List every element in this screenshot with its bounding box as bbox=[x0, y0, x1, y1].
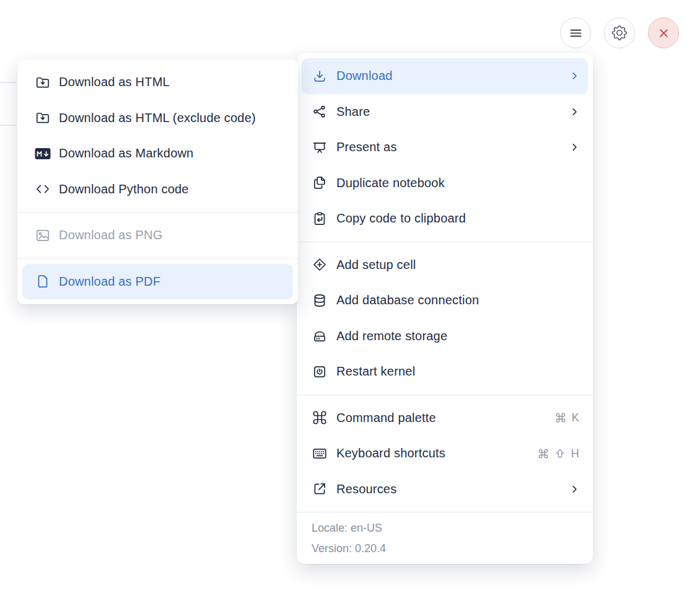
menu-item-download-as-html-exclude-code[interactable]: Download as HTML (exclude code) bbox=[22, 100, 293, 136]
menu-group: DownloadSharePresent asDuplicate noteboo… bbox=[297, 53, 593, 242]
menu-item-present-as[interactable]: Present as bbox=[302, 130, 588, 165]
chevron-right-icon bbox=[570, 71, 579, 81]
page-background: DownloadSharePresent asDuplicate noteboo… bbox=[0, 0, 700, 611]
menu-item-resources[interactable]: Resources bbox=[302, 472, 588, 508]
shift-key-icon bbox=[554, 448, 566, 459]
menu-item-label: Download bbox=[336, 69, 393, 83]
menu-item-duplicate-notebook[interactable]: Duplicate notebook bbox=[302, 165, 588, 201]
command-icon bbox=[312, 410, 328, 426]
code-icon bbox=[35, 181, 51, 197]
menu-item-label: Keyboard shortcuts bbox=[336, 446, 445, 460]
menu-item-label: Share bbox=[336, 105, 370, 119]
menu-item-label: Add database connection bbox=[336, 293, 479, 307]
menu-item-label: Resources bbox=[336, 482, 396, 496]
database-icon bbox=[312, 292, 328, 309]
menu-item-add-remote-storage[interactable]: Add remote storage bbox=[302, 319, 588, 354]
settings-button[interactable] bbox=[604, 17, 635, 48]
menu-footer: Locale: en-US Version: 0.20.4 bbox=[297, 512, 593, 564]
background-divider bbox=[0, 82, 17, 83]
main-menu: DownloadSharePresent asDuplicate noteboo… bbox=[297, 53, 593, 564]
shortcut-hint: H bbox=[538, 448, 579, 459]
download-submenu: Download as HTMLDownload as HTML (exclud… bbox=[17, 59, 298, 304]
menu-item-restart-kernel[interactable]: Restart kernel bbox=[302, 354, 588, 390]
menu-item-download-as-pdf[interactable]: Download as PDF bbox=[22, 264, 293, 300]
duplicate-icon bbox=[312, 175, 328, 191]
present-icon bbox=[312, 139, 328, 156]
floating-toolbar bbox=[560, 17, 679, 48]
menu-group: Download as PNG bbox=[17, 213, 298, 258]
menu-item-download-python-code[interactable]: Download Python code bbox=[22, 172, 293, 208]
background-divider bbox=[0, 125, 17, 126]
clipboard-icon bbox=[312, 211, 328, 227]
keyboard-icon bbox=[312, 446, 328, 462]
chevron-right-icon bbox=[570, 143, 579, 152]
menu-item-add-setup-cell[interactable]: Add setup cell bbox=[302, 247, 588, 283]
storage-icon bbox=[312, 328, 328, 344]
menu-group: Download as PDF bbox=[17, 259, 298, 305]
menu-item-download-as-html[interactable]: Download as HTML bbox=[22, 64, 293, 100]
cmd-key-icon bbox=[538, 448, 549, 459]
menu-item-label: Add remote storage bbox=[336, 329, 447, 343]
menu-item-share[interactable]: Share bbox=[302, 94, 588, 130]
restart-icon bbox=[312, 364, 328, 380]
menu-item-download[interactable]: Download bbox=[302, 58, 588, 94]
chevron-right-icon bbox=[570, 107, 579, 116]
add-cell-icon bbox=[312, 257, 328, 273]
menu-item-label: Add setup cell bbox=[336, 258, 416, 272]
menu-item-download-as-png: Download as PNG bbox=[22, 218, 293, 253]
menu-item-label: Download as PNG bbox=[59, 228, 163, 242]
menu-item-label: Restart kernel bbox=[336, 364, 415, 379]
chevron-right-icon bbox=[570, 485, 579, 494]
menu-item-label: Duplicate notebook bbox=[336, 176, 445, 190]
menu-item-label: Download as Markdown bbox=[59, 146, 193, 160]
menu-item-add-database-connection[interactable]: Add database connection bbox=[302, 283, 588, 319]
menu-item-command-palette[interactable]: Command paletteK bbox=[302, 400, 588, 436]
image-icon bbox=[35, 227, 51, 244]
close-button[interactable] bbox=[648, 17, 679, 48]
menu-item-label: Download as HTML bbox=[59, 75, 170, 89]
external-link-icon bbox=[312, 481, 328, 497]
share-icon bbox=[312, 103, 328, 120]
folder-download-icon bbox=[35, 110, 51, 126]
menu-item-label: Download as PDF bbox=[59, 275, 160, 289]
gear-icon bbox=[612, 25, 627, 40]
menu-item-label: Download as HTML (exclude code) bbox=[59, 111, 256, 125]
folder-download-icon bbox=[35, 74, 51, 90]
markdown-icon bbox=[35, 146, 51, 162]
close-icon bbox=[657, 26, 671, 40]
menu-button[interactable] bbox=[560, 17, 591, 48]
menu-group: Command paletteKKeyboard shortcutsHResou… bbox=[297, 395, 593, 512]
shortcut-hint: K bbox=[555, 412, 579, 423]
shortcut-key: H bbox=[571, 448, 579, 459]
file-icon bbox=[35, 273, 51, 289]
menu-item-download-as-markdown[interactable]: Download as Markdown bbox=[22, 136, 293, 172]
menu-group: Add setup cellAdd database connectionAdd… bbox=[297, 242, 593, 395]
version-text: Version: 0.20.4 bbox=[312, 538, 578, 559]
menu-item-copy-code-to-clipboard[interactable]: Copy code to clipboard bbox=[302, 201, 588, 237]
download-icon bbox=[312, 68, 328, 84]
menu-item-label: Present as bbox=[336, 140, 397, 154]
hamburger-icon bbox=[568, 25, 584, 41]
menu-item-label: Copy code to clipboard bbox=[336, 211, 466, 226]
locale-text: Locale: en-US bbox=[312, 518, 578, 538]
menu-item-label: Download Python code bbox=[59, 182, 189, 196]
menu-item-label: Command palette bbox=[336, 411, 436, 425]
menu-item-keyboard-shortcuts[interactable]: Keyboard shortcutsH bbox=[302, 436, 588, 472]
menu-group: Download as HTMLDownload as HTML (exclud… bbox=[17, 59, 298, 212]
cmd-key-icon bbox=[555, 412, 566, 423]
shortcut-key: K bbox=[572, 412, 579, 423]
